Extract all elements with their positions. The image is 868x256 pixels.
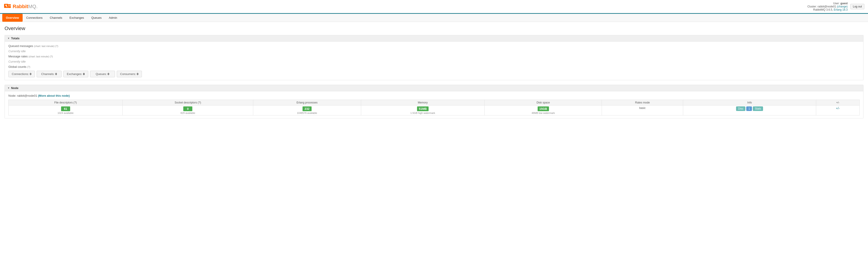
add-remove-cell: +/- [816,106,860,115]
count-badge-queues: Queues: 0 [90,71,115,77]
page-content: Overview ▼ Totals Queued messages (chart… [0,22,868,126]
global-counts-row: Global counts (?) [8,65,860,69]
cluster-change-link[interactable]: (change) [837,5,848,8]
queued-messages-help[interactable]: (?) [55,45,58,47]
username: guest [840,2,848,5]
node-table: File descriptors (?) Socket descriptors … [8,100,860,115]
queued-messages-label: Queued messages [8,44,33,48]
message-rates-row: Message rates (chart: last minute) (?) [8,55,860,58]
nav-item-queues[interactable]: Queues [88,14,105,22]
memory-sub: 1.5GB high watermark [363,112,482,114]
message-rates-help[interactable]: (?) [50,55,53,58]
global-counts-label: Global counts [8,65,27,69]
nav-item-exchanges[interactable]: Exchanges [66,14,88,22]
disk-space-sub: 48MB low watermark [487,112,599,114]
node-section-header[interactable]: ▼ Node [5,85,863,91]
file-descriptors-bar: 61 [61,106,70,111]
count-badge-exchanges: Exchanges: 8 [63,71,88,77]
user-label: User: [833,2,840,5]
erlang-processes-bar: 232 [303,106,312,111]
logout-button[interactable]: Log out [850,4,864,9]
nav-item-channels[interactable]: Channels [46,14,66,22]
erlang-processes-sub: 1048576 available [255,112,359,114]
col-header-add-remove: +/- [816,100,860,106]
col-header-rates-mode: Rates mode [602,100,683,106]
col-header-socket-descriptors: Socket descriptors (?) [123,100,253,106]
user-details: User: guest Cluster: rabbit@node01 (chan… [807,2,848,11]
node-section-title: Node [11,86,19,90]
info-num-button[interactable]: 1 [746,106,752,111]
queued-messages-chart: (chart: last minute) [34,45,55,47]
rabbitmq-logo-icon [4,2,12,11]
rates-mode-value: basic [639,106,646,110]
col-header-erlang-processes: Erlang processes [253,100,361,106]
totals-section-header[interactable]: ▼ Totals [5,35,863,42]
more-about-node-link[interactable]: (More about this node) [38,94,70,97]
col-header-disk-space: Disk space [485,100,602,106]
cluster-label: Cluster: [807,5,817,8]
memory-cell: 51MB 1.5GB high watermark [361,106,485,115]
logo-text: RabbitMQ. [13,4,37,9]
nav-item-overview[interactable]: Overview [2,14,23,22]
totals-arrow-icon: ▼ [7,37,10,40]
disk-space-cell: 15GB 48MB low watermark [485,106,602,115]
global-counts-help[interactable]: (?) [27,66,30,68]
cluster-name: rabbit@node01 [817,5,836,8]
svg-rect-4 [8,6,11,8]
totals-section-body: Queued messages (chart: last minute) (?)… [5,42,863,80]
node-section-body: Node: rabbit@node01 (More about this nod… [5,91,863,118]
message-rates-idle: Currently idle [8,60,26,63]
file-descriptors-sub: 1024 available [11,112,120,114]
header: RabbitMQ. User: guest Cluster: rabbit@no… [0,0,868,14]
disk-space-bar: 15GB [538,106,549,111]
memory-bar: 51MB [417,106,429,111]
node-arrow-icon: ▼ [7,87,10,89]
message-rates-chart: (chart: last minute) [29,55,50,58]
erlang-processes-cell: 232 1048576 available [253,106,361,115]
socket-descriptors-bar: 0 [183,106,192,111]
totals-section-title: Totals [11,37,20,40]
svg-rect-1 [5,5,7,6]
message-rates-status: Currently idle [8,60,860,63]
nav-item-connections[interactable]: Connections [23,14,46,22]
col-header-info: Info [683,100,816,106]
count-badge-connections: Connections: 0 [8,71,35,77]
col-header-file-descriptors: File descriptors (?) [9,100,123,106]
info-stats-button[interactable]: Stats [753,106,763,111]
user-name-line: User: guest [807,2,848,5]
svg-rect-3 [8,4,11,6]
socket-descriptors-cell: 0 829 available [123,106,253,115]
rates-mode-cell: basic [602,106,683,115]
counts-row: Connections: 0 Channels: 0 Exchanges: 8 … [8,71,860,77]
node-table-row: 61 1024 available 0 829 available [9,106,860,115]
info-buttons: Disc 1 Stats [685,106,814,111]
cluster-line: Cluster: rabbit@node01 (change) [807,5,848,8]
node-label-row: Node: rabbit@node01 (More about this nod… [8,94,860,97]
col-header-memory: Memory [361,100,485,106]
svg-rect-2 [6,6,7,7]
user-info: User: guest Cluster: rabbit@node01 (chan… [807,2,864,11]
totals-section: ▼ Totals Queued messages (chart: last mi… [4,35,864,80]
navigation: Overview Connections Channels Exchanges … [0,14,868,22]
nav-item-admin[interactable]: Admin [105,14,121,22]
socket-descriptors-sub: 829 available [125,112,251,114]
queued-messages-row: Queued messages (chart: last minute) (?) [8,44,860,48]
node-label-text: Node: rabbit@node01 [8,94,37,97]
queued-messages-status: Currently idle [8,49,860,53]
node-section: ▼ Node Node: rabbit@node01 (More about t… [4,85,864,118]
file-descriptors-cell: 61 1024 available [9,106,123,115]
count-badge-channels: Channels: 0 [37,71,62,77]
version-line: RabbitMQ 3.6.5, Erlang 18.3 [807,8,848,11]
logo: RabbitMQ. [4,2,37,11]
add-remove-control[interactable]: +/- [835,106,841,110]
queued-messages-idle: Currently idle [8,49,26,53]
node-table-header-row: File descriptors (?) Socket descriptors … [9,100,860,106]
count-badge-consumers: Consumers: 0 [117,71,142,77]
page-title: Overview [4,26,864,31]
erlang-version-link[interactable]: Erlang 18.3 [834,8,848,11]
message-rates-label: Message rates [8,55,28,58]
rabbitmq-version: RabbitMQ 3.6.5, [813,8,833,11]
info-cell: Disc 1 Stats [683,106,816,115]
info-disc-button[interactable]: Disc [736,106,745,111]
